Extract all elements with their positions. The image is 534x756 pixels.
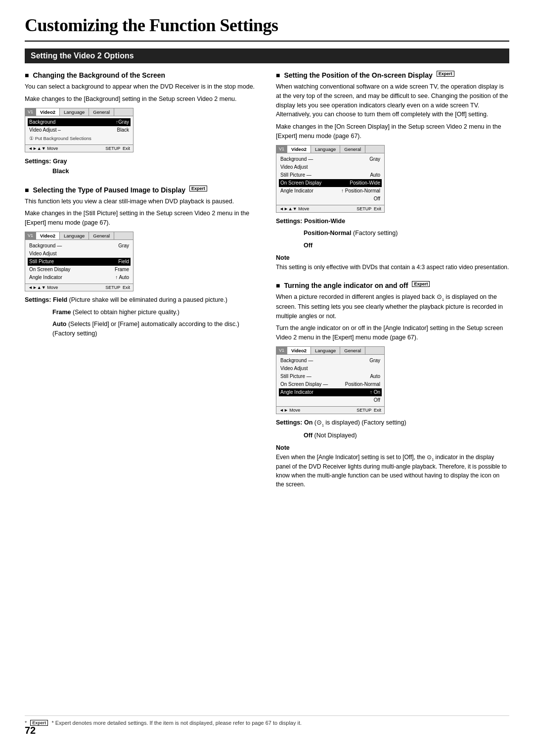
footer-note-text: * Expert denotes more detailed settings.… xyxy=(51,720,302,726)
screen-row-bg3: Background — Gray xyxy=(280,155,380,163)
tab-general-2: General xyxy=(89,232,114,239)
subsection-angle: Turning the angle indicator on and off E… xyxy=(276,282,509,489)
tab-v1-2: V1 xyxy=(25,232,36,239)
screen-tabs-paused: V1 Video2 Language General xyxy=(25,232,133,240)
expert-badge-paused: Expert xyxy=(189,186,207,191)
screen-row-still3: Still Picture — Auto xyxy=(280,171,380,179)
screen-row-osd3: On Screen Display Position-Wide xyxy=(279,179,382,187)
screen-row-angle2: Angle Indicator ↑ Auto xyxy=(29,274,129,282)
screen-footer: ◄►▲▼ Move SETUP Exit xyxy=(25,144,133,152)
section-header: Setting the Video 2 Options xyxy=(25,48,509,63)
screen-row-bg2: Background — Gray xyxy=(29,242,129,250)
subsection-background-title: Changing the Background of the Screen xyxy=(25,71,258,79)
tab-general: General xyxy=(89,108,114,116)
tab-video2-3: Video2 xyxy=(287,145,311,153)
note-osd: Note This setting is only effective with… xyxy=(276,254,509,272)
right-column: Setting the Position of the On-screen Di… xyxy=(276,71,509,499)
screen-row-osd2: On Screen Display Frame xyxy=(29,266,129,274)
main-content: Changing the Background of the Screen Yo… xyxy=(25,71,509,499)
tab-general-3: General xyxy=(340,145,365,153)
footer-note: * Expert * Expert denotes more detailed … xyxy=(25,715,509,726)
screen-row-still4: Still Picture — Auto xyxy=(280,373,380,380)
screen-mockup-background: V1 Video2 Language General Background ↑G… xyxy=(25,108,134,152)
settings-background: Settings: Gray Black xyxy=(25,156,258,176)
settings-osd: Settings: Position-Wide Position-Normal … xyxy=(276,217,509,250)
tab-v1-4: V1 xyxy=(276,347,287,354)
screen-body-paused: Background — Gray Video Adjust Still Pic… xyxy=(25,240,133,284)
screen-row-angle4: Angle Indicator ↑ On xyxy=(279,388,382,396)
osd-para2: Make changes in the [On Screen Display] … xyxy=(276,122,509,141)
screen-body: Background ↑Gray Video Adjust – Black ① … xyxy=(25,116,133,144)
screen-row-osd4: On Screen Display — Position-Normal xyxy=(280,380,380,388)
paused-para1: This function lets you view a clear stil… xyxy=(25,197,258,206)
tab-v1-3: V1 xyxy=(276,145,287,153)
subsection-paused-title: Selecting the Type of Paused Image to Di… xyxy=(25,186,258,194)
screen-row-va2: Video Adjust xyxy=(29,250,129,258)
left-column: Changing the Background of the Screen Yo… xyxy=(25,71,258,499)
angle-para1: When a picture recorded in different ang… xyxy=(276,292,509,321)
background-para2: Make changes to the [Background] setting… xyxy=(25,94,258,104)
subsection-osd-title: Setting the Position of the On-screen Di… xyxy=(276,71,509,79)
tab-video2-4: Video2 xyxy=(287,347,311,354)
screen-row-bg4: Background — Gray xyxy=(280,357,380,365)
note-angle-text: Even when the [Angle Indicator] setting … xyxy=(276,453,509,489)
osd-para1: When watching conventional software on a… xyxy=(276,82,509,119)
settings-angle: Settings: On (⊙1 is displayed) (Factory … xyxy=(276,418,509,440)
subsection-angle-title: Turning the angle indicator on and off E… xyxy=(276,282,509,289)
page-number: 72 xyxy=(25,725,36,736)
screen-row-off4: Off xyxy=(280,396,380,404)
settings-paused: Settings: Field (Picture shake will be e… xyxy=(25,295,258,338)
note-osd-title: Note xyxy=(276,254,509,261)
tab-video2: Video2 xyxy=(36,108,60,116)
tab-language-3: Language xyxy=(311,145,340,153)
screen-footer-angle: ◄► Move SETUP Exit xyxy=(276,406,384,414)
subsection-background: Changing the Background of the Screen Yo… xyxy=(25,71,258,176)
page-title: Customizing the Function Settings xyxy=(25,15,509,36)
screen-mockup-angle: V1 Video2 Language General Background — … xyxy=(276,346,385,414)
screen-row-angle3: Angle Indicator ↑ Position-Normal xyxy=(280,187,380,195)
screen-row-off3: Off xyxy=(280,195,380,203)
tab-language-2: Language xyxy=(60,232,89,239)
expert-badge-osd: Expert xyxy=(437,71,454,77)
screen-row-va4: Video Adjust xyxy=(280,365,380,373)
screen-body-osd: Background — Gray Video Adjust Still Pic… xyxy=(276,153,384,205)
screen-mockup-osd: V1 Video2 Language General Background — … xyxy=(276,145,385,213)
tab-video2-2: Video2 xyxy=(36,232,60,239)
background-para1: You can select a background to appear wh… xyxy=(25,82,258,92)
note-osd-text: This setting is only effective with DVDs… xyxy=(276,263,509,272)
screen-tabs-osd: V1 Video2 Language General xyxy=(276,145,384,153)
tab-v1: V1 xyxy=(25,108,36,116)
screen-row-videoadjust: Video Adjust – Black xyxy=(29,126,129,134)
screen-row-background: Background ↑Gray xyxy=(28,118,131,126)
note-angle-title: Note xyxy=(276,444,509,451)
angle-para2: Turn the angle indicator on or off in th… xyxy=(276,324,509,342)
subsection-paused: Selecting the Type of Paused Image to Di… xyxy=(25,186,258,338)
expert-badge-angle: Expert xyxy=(412,281,430,287)
tab-language-4: Language xyxy=(311,347,340,354)
screen-note-background: ① Put Background Selections xyxy=(29,136,129,141)
paused-para2: Make changes in the [Still Picture] sett… xyxy=(25,209,258,228)
screen-mockup-paused: V1 Video2 Language General Background — … xyxy=(25,232,134,291)
screen-footer-osd: ◄►▲▼ Move SETUP Exit xyxy=(276,205,384,212)
title-divider xyxy=(25,41,509,42)
subsection-osd: Setting the Position of the On-screen Di… xyxy=(276,71,509,272)
screen-row-still: Still Picture Field xyxy=(28,258,131,266)
screen-tabs: V1 Video2 Language General xyxy=(25,108,133,116)
screen-row-va3: Video Adjust xyxy=(280,163,380,171)
tab-general-4: General xyxy=(340,347,365,354)
note-angle: Note Even when the [Angle Indicator] set… xyxy=(276,444,509,489)
tab-language: Language xyxy=(60,108,89,116)
screen-footer-paused: ◄►▲▼ Move SETUP Exit xyxy=(25,284,133,291)
screen-body-angle: Background — Gray Video Adjust Still Pic… xyxy=(276,355,384,406)
screen-tabs-angle: V1 Video2 Language General xyxy=(276,347,384,355)
